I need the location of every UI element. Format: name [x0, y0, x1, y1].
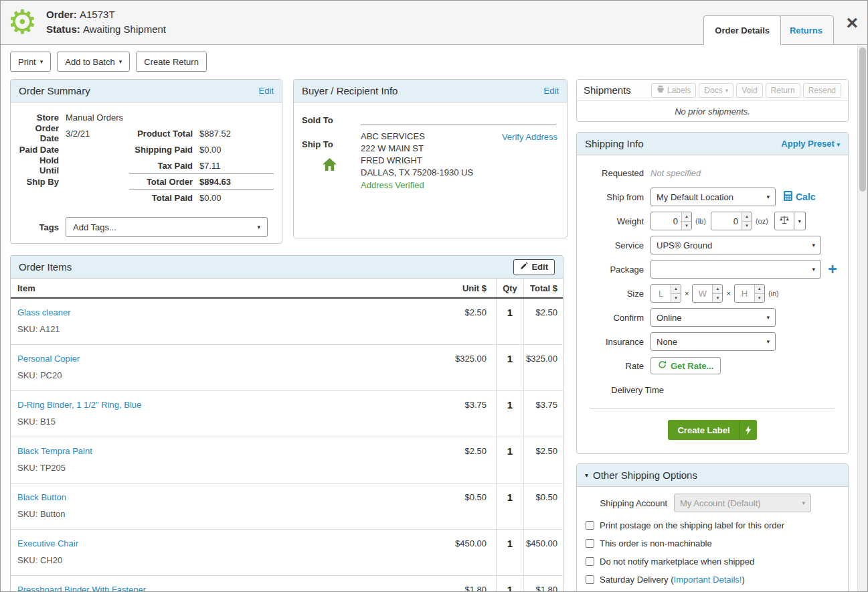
verify-address-link[interactable]: Verify Address: [502, 132, 557, 142]
summary-row-total-paid: Total Paid $0.00: [19, 190, 274, 206]
stepper-down-icon[interactable]: ▾: [671, 294, 681, 303]
order-items-edit-button[interactable]: Edit: [513, 259, 555, 275]
important-details-link[interactable]: Important Details!: [674, 575, 742, 585]
non-machinable-checkbox[interactable]: [586, 539, 594, 548]
size-width-stepper[interactable]: W ▴▾: [692, 284, 723, 303]
item-unit-price: $1.80: [429, 576, 496, 592]
add-tags-dropdown[interactable]: Add Tags... ▾: [66, 217, 268, 237]
create-label-button[interactable]: Create Label: [668, 420, 756, 440]
insurance-select[interactable]: None ▾: [650, 332, 776, 351]
ship-from-row: Ship from My Default Location ▾ Calc: [586, 188, 839, 206]
size-length-value[interactable]: L: [651, 285, 671, 302]
insurance-label: Insurance: [586, 337, 650, 347]
tab-order-details[interactable]: Order Details: [703, 15, 781, 45]
get-rate-button[interactable]: Get Rate...: [650, 357, 721, 374]
sold-to-field[interactable]: [361, 112, 556, 125]
status-label: Status:: [46, 23, 80, 35]
service-label: Service: [586, 240, 650, 250]
add-package-icon[interactable]: +: [828, 261, 837, 277]
item-name-link[interactable]: Personal Copier: [17, 354, 429, 364]
package-select[interactable]: ▾: [650, 260, 821, 279]
stepper-up-icon[interactable]: ▴: [713, 285, 722, 294]
stepper-down-icon[interactable]: ▾: [713, 294, 722, 303]
stepper-down-icon[interactable]: ▾: [742, 222, 752, 230]
item-unit-price: $3.75: [429, 391, 496, 437]
apply-preset-link[interactable]: Apply Preset ▾: [781, 139, 840, 149]
stepper-down-icon[interactable]: ▾: [755, 294, 764, 303]
order-summary-edit-link[interactable]: Edit: [259, 86, 274, 96]
tab-returns[interactable]: Returns: [778, 15, 834, 45]
return-button[interactable]: Return: [766, 83, 800, 98]
close-icon[interactable]: ×: [846, 13, 858, 33]
weight-lb-value[interactable]: 0: [651, 212, 681, 230]
shipping-info-body: Requested Not specified Ship from My Def…: [577, 155, 848, 440]
ship-from-select[interactable]: My Default Location ▾: [650, 188, 776, 206]
sold-to-label: Sold To: [302, 115, 342, 125]
refresh-icon: [658, 360, 667, 371]
docs-button[interactable]: Docs ▾: [699, 83, 733, 98]
stepper-arrows[interactable]: ▴▾: [681, 212, 691, 230]
resend-button-label: Resend: [808, 86, 836, 95]
return-button-label: Return: [771, 86, 795, 95]
stepper-arrows[interactable]: ▴▾: [671, 285, 681, 302]
size-height-stepper[interactable]: H ▴▾: [734, 284, 765, 303]
stepper-up-icon[interactable]: ▴: [742, 212, 752, 222]
shipping-account-select[interactable]: My Account (Default) ▾: [674, 494, 811, 512]
add-tags-placeholder: Add Tags...: [73, 222, 116, 232]
order-status-line: Status: Awaiting Shipment: [46, 23, 166, 35]
stepper-arrows[interactable]: ▴▾: [712, 285, 722, 302]
stepper-arrows[interactable]: ▴▾: [754, 285, 764, 302]
size-height-value[interactable]: H: [735, 285, 754, 302]
item-name-link[interactable]: Pressboard Binder With Fastener...: [17, 585, 429, 592]
print-postage-checkbox[interactable]: [586, 521, 594, 530]
ship-from-value: My Default Location: [657, 192, 733, 202]
stepper-arrows[interactable]: ▴▾: [742, 212, 752, 230]
item-name-link[interactable]: Executive Chair: [17, 538, 429, 548]
stepper-up-icon[interactable]: ▴: [755, 285, 764, 294]
create-label-text[interactable]: Create Label: [668, 420, 739, 440]
item-qty: 1: [496, 484, 524, 529]
calc-button[interactable]: Calc: [784, 191, 816, 203]
resend-button[interactable]: Resend: [803, 83, 841, 98]
no-notify-checkbox[interactable]: [586, 557, 594, 566]
add-to-batch-button[interactable]: Add to Batch ▾: [57, 52, 130, 72]
item-name-link[interactable]: Black Tempra Paint: [17, 446, 429, 456]
confirm-value: Online: [657, 313, 682, 323]
print-button[interactable]: Print ▾: [10, 52, 51, 72]
buyer-recipient-header: Buyer / Recipient Info Edit: [294, 80, 567, 102]
buyer-recipient-title: Buyer / Recipient Info: [302, 85, 398, 96]
quick-label-button[interactable]: [740, 420, 757, 440]
item-name-link[interactable]: Black Button: [17, 492, 429, 502]
void-button[interactable]: Void: [736, 83, 762, 98]
saturday-delivery-checkbox[interactable]: [586, 575, 594, 584]
other-options-header[interactable]: ▾ Other Shipping Options: [577, 464, 848, 487]
in-unit-label: (in): [768, 289, 779, 297]
weight-oz-stepper[interactable]: 0 ▴▾: [711, 212, 752, 230]
stepper-up-icon[interactable]: ▴: [671, 285, 681, 294]
labels-button[interactable]: Labels: [651, 83, 696, 98]
service-select[interactable]: UPS® Ground ▾: [650, 236, 821, 254]
item-sku: SKU: PC20: [17, 370, 429, 380]
scale-button[interactable]: [774, 212, 794, 230]
stepper-up-icon[interactable]: ▴: [682, 212, 691, 222]
size-width-value[interactable]: W: [693, 285, 712, 302]
printer-icon: [657, 85, 665, 95]
tags-row: Tags Add Tags... ▾: [19, 217, 274, 237]
create-return-button[interactable]: Create Return: [136, 52, 207, 72]
item-name-link[interactable]: D-Ring Binder, 1 1/2" Ring, Blue: [17, 400, 429, 410]
buyer-edit-link[interactable]: Edit: [544, 86, 559, 96]
col-item: Item: [11, 283, 429, 293]
table-row: Black Tempra PaintSKU: TP205 $2.50 1 $2.…: [11, 437, 563, 484]
scale-options-caret[interactable]: ▾: [794, 212, 806, 230]
item-name-link[interactable]: Glass cleaner: [17, 307, 429, 317]
package-label: Package: [586, 265, 650, 275]
weight-oz-value[interactable]: 0: [711, 212, 742, 230]
weight-lb-stepper[interactable]: 0 ▴▾: [650, 212, 692, 230]
scrollbar-thumb[interactable]: [859, 48, 866, 192]
stepper-down-icon[interactable]: ▾: [682, 222, 691, 230]
tags-label: Tags: [19, 222, 66, 232]
vertical-scrollbar[interactable]: [857, 46, 867, 592]
item-sku: SKU: B15: [17, 417, 429, 427]
confirm-select[interactable]: Online ▾: [650, 308, 776, 327]
size-length-stepper[interactable]: L ▴▾: [650, 284, 681, 303]
